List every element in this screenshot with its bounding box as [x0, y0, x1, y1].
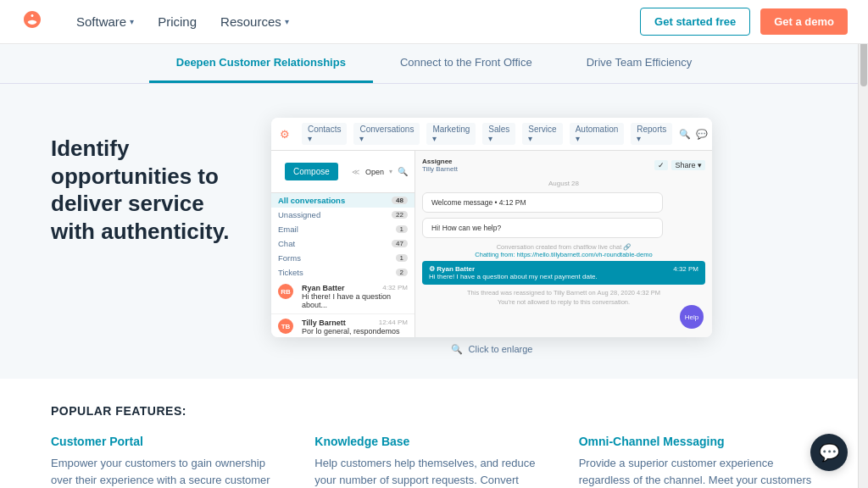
mock-tickets: Tickets 2	[271, 265, 415, 280]
mock-system-msg-chatflow: Conversation created from chatflow live …	[422, 243, 705, 258]
mock-share-icon: Share ▾	[671, 160, 705, 170]
mock-conversation-header: Assignee Tilly Barnett ✓ Share ▾	[422, 158, 705, 173]
mock-avatar-tilly1: TB	[278, 319, 293, 334]
mock-conv-ryan: RB Ryan Batter 4:32 PM Hi there! I have …	[271, 280, 415, 314]
mock-assignee-name: Tilly Barnett	[422, 165, 458, 173]
mock-nav-conversations: Conversations ▾	[353, 123, 420, 145]
mock-action-icons: ✓ Share ▾	[654, 160, 705, 170]
magnify-icon: 🔍	[451, 344, 463, 354]
tab-drive-efficiency[interactable]: Drive Team Efficiency	[559, 44, 720, 83]
feature-customer-portal: Customer Portal Empower your customers t…	[51, 435, 289, 488]
feature-knowledge-base: Knowledge Base Help customers help thems…	[314, 435, 553, 488]
feature-customer-portal-desc: Empower your customers to gain ownership…	[51, 455, 289, 488]
mock-conv-time-tilly1: 12:44 PM	[379, 319, 408, 327]
feature-omni-channel-desc: Provide a superior customer experience r…	[579, 455, 817, 488]
mock-email-badge: 1	[396, 225, 408, 233]
search-icon: 🔍	[679, 129, 691, 140]
mock-unassigned-badge: 22	[392, 211, 408, 219]
mock-email: Email 1	[271, 222, 415, 236]
mock-ryan-time: 4:32 PM	[673, 265, 698, 273]
nav-resources[interactable]: Resources ▾	[209, 0, 301, 44]
mock-nav-reports: Reports ▾	[631, 123, 672, 145]
mock-compose-btn: Compose	[285, 163, 338, 180]
feature-knowledge-base-title: Knowledge Base	[314, 435, 553, 448]
mock-conversation-main: Assignee Tilly Barnett ✓ Share ▾ August …	[415, 151, 712, 337]
chat-widget-button[interactable]: 💬	[810, 434, 848, 471]
feature-knowledge-base-desc: Help customers help themselves, and redu…	[314, 455, 553, 488]
mock-forms: Forms 1	[271, 251, 415, 265]
mock-logo: ⚙	[280, 128, 290, 141]
nav-software[interactable]: Software ▾	[64, 0, 146, 44]
mock-message-howcanwehelp: Hi! How can we help?	[422, 218, 663, 238]
hero-section: Identify opportunities to deliver servic…	[0, 84, 868, 379]
chat-icon: 💬	[696, 129, 708, 140]
mock-all-badge: 48	[392, 197, 408, 204]
mock-nav-marketing: Marketing ▾	[426, 123, 476, 145]
mock-help-button[interactable]: Help	[680, 305, 704, 329]
mock-unassigned: Unassigned 22	[271, 208, 415, 222]
mock-conv-preview-tilly1: Por lo general, respondemos en u...	[302, 327, 408, 337]
mock-inbox-body: Compose ≪ Open ▾ 🔍 All conversations 48	[271, 151, 712, 337]
mock-link-chatting: Chatting from: https://hello.tillybarnet…	[475, 251, 652, 258]
tab-connect-front-office[interactable]: Connect to the Front Office	[373, 44, 559, 83]
product-screenshot: ⚙ Contacts ▾ Conversations ▾ Marketing ▾…	[271, 118, 712, 337]
mock-system-reassigned: This thread was reassigned to Tilly Barn…	[422, 289, 705, 297]
click-enlarge-label[interactable]: 🔍 Click to enlarge	[271, 337, 712, 362]
mock-check-icon: ✓	[654, 160, 668, 170]
mock-conv-name-tilly1: Tilly Barnett	[302, 319, 346, 327]
hero-headline: Identify opportunities to deliver servic…	[51, 135, 237, 245]
nav-links: Software ▾ Pricing Resources ▾	[64, 0, 640, 44]
mock-conv-preview-ryan: Hi there! I have a question about...	[302, 292, 408, 309]
navbar-actions: Get started free Get a demo	[640, 8, 848, 36]
mock-topbar: ⚙ Contacts ▾ Conversations ▾ Marketing ▾…	[271, 118, 712, 151]
mock-nav-contacts: Contacts ▾	[302, 123, 347, 145]
mock-forms-badge: 1	[396, 254, 408, 262]
mock-nav-service: Service ▾	[522, 123, 562, 145]
tabs-bar: Deepen Customer Relationships Connect to…	[0, 44, 868, 84]
mock-system-no-reply: You're not allowed to reply to this conv…	[422, 298, 705, 306]
feature-omni-channel: Omni-Channel Messaging Provide a superio…	[579, 435, 817, 488]
mock-conv-name-ryan: Ryan Batter	[302, 284, 345, 292]
mock-message-welcome: Welcome message • 4:12 PM	[422, 192, 663, 213]
mock-date-divider: August 28	[422, 180, 705, 187]
mock-assignee-area: Assignee Tilly Barnett	[422, 158, 458, 173]
chat-widget-icon: 💬	[819, 442, 840, 463]
get-a-demo-button[interactable]: Get a demo	[760, 8, 848, 35]
mock-search-icon: 🔍	[398, 167, 408, 176]
tab-deepen-relationships[interactable]: Deepen Customer Relationships	[149, 44, 373, 83]
feature-omni-channel-title: Omni-Channel Messaging	[579, 435, 817, 448]
mock-nav-icons: 🔍 💬 ⚙ 🔔 ●	[679, 129, 712, 140]
mock-chat-badge: 47	[392, 240, 408, 247]
mock-nav-automation: Automation ▾	[570, 123, 625, 145]
get-started-free-button[interactable]: Get started free	[640, 8, 750, 36]
hero-text: Identify opportunities to deliver servic…	[51, 118, 237, 245]
mock-open-label: Open	[365, 168, 384, 176]
mock-avatar-ryan: RB	[278, 284, 293, 299]
navbar: Software ▾ Pricing Resources ▾ Get start…	[0, 0, 868, 44]
mock-chat: Chat 47	[271, 236, 415, 251]
mock-nav-sales: Sales ▾	[482, 123, 515, 145]
mock-all-conversations: All conversations 48	[271, 193, 415, 208]
hubspot-logo[interactable]	[20, 8, 44, 36]
mock-conv-time-ryan: 4:32 PM	[382, 284, 408, 292]
chevron-down-icon: ▾	[130, 17, 134, 26]
features-title: POPULAR FEATURES:	[51, 404, 817, 418]
features-section: POPULAR FEATURES: Customer Portal Empowe…	[0, 379, 868, 488]
mock-ryan-name: ⚙ Ryan Batter	[429, 265, 475, 273]
features-grid: Customer Portal Empower your customers t…	[51, 435, 817, 488]
chevron-down-icon-resources: ▾	[285, 17, 289, 26]
mock-tickets-badge: 2	[396, 269, 408, 276]
mock-message-ryan-highlight: ⚙ Ryan Batter 4:32 PM Hi there! I have a…	[422, 261, 705, 285]
mock-sidebar: Compose ≪ Open ▾ 🔍 All conversations 48	[271, 151, 415, 337]
mock-conv-tilly1: TB Tilly Barnett 12:44 PM Por lo general…	[271, 314, 415, 337]
mock-assignee-label: Assignee	[422, 158, 458, 165]
nav-pricing[interactable]: Pricing	[146, 0, 209, 44]
scrollbar[interactable]	[858, 0, 868, 488]
feature-customer-portal-title: Customer Portal	[51, 435, 289, 448]
